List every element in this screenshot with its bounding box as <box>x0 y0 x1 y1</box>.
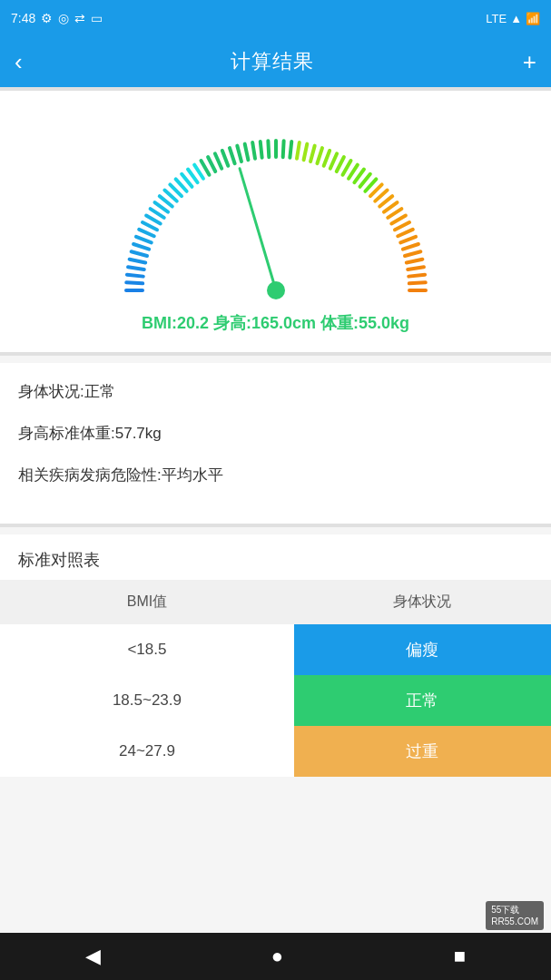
svg-line-9 <box>142 222 156 230</box>
divider-1 <box>0 352 551 356</box>
svg-line-33 <box>296 142 299 159</box>
add-button[interactable]: + <box>523 48 536 76</box>
body-status-value: 正常 <box>84 383 115 400</box>
svg-line-56 <box>406 260 422 263</box>
svg-line-34 <box>303 144 307 161</box>
back-button[interactable]: ‹ <box>15 48 23 76</box>
svg-line-26 <box>244 144 248 161</box>
status-right: LTE ▲ 📶 <box>486 12 540 25</box>
svg-line-28 <box>260 142 261 158</box>
svg-line-55 <box>404 251 419 256</box>
svg-line-1 <box>126 282 143 283</box>
svg-line-27 <box>252 142 255 159</box>
svg-line-11 <box>150 209 163 218</box>
network-label: LTE <box>486 12 507 25</box>
svg-line-52 <box>398 230 412 236</box>
col-bmi-header: BMI值 <box>0 580 294 624</box>
svg-line-6 <box>133 244 149 250</box>
body-status-row: 身体状况:正常 <box>18 381 533 403</box>
watermark-line2: RR55.COM <box>491 916 538 927</box>
menu-nav-button[interactable]: ■ <box>454 945 466 968</box>
svg-line-59 <box>408 282 425 283</box>
svg-line-10 <box>146 216 161 224</box>
app-bar: ‹ 计算结果 + <box>0 36 551 87</box>
svg-line-51 <box>394 222 408 230</box>
bmi-range-cell: 18.5~23.9 <box>0 675 294 726</box>
svg-line-57 <box>408 267 424 270</box>
svg-line-49 <box>388 209 401 218</box>
wifi-icon: 📶 <box>526 12 540 25</box>
svg-line-38 <box>330 153 336 168</box>
svg-line-12 <box>154 202 168 212</box>
risk-row: 相关疾病发病危险性:平均水平 <box>18 465 533 486</box>
table-row: 24~27.9过重 <box>0 726 551 777</box>
location-icon: ◎ <box>58 11 69 25</box>
table-row: <18.5偏瘦 <box>0 624 551 675</box>
svg-line-8 <box>139 230 153 236</box>
svg-line-54 <box>402 244 418 250</box>
watermark-line1: 55下载 <box>491 904 538 916</box>
svg-line-41 <box>349 165 358 179</box>
divider-2 <box>0 524 551 527</box>
svg-line-4 <box>129 260 145 263</box>
svg-line-20 <box>201 161 209 175</box>
svg-line-22 <box>214 153 221 168</box>
svg-line-25 <box>237 146 241 162</box>
svg-line-19 <box>194 165 203 179</box>
status-cell: 正常 <box>294 675 551 726</box>
risk-label: 相关疾病发病危险性: <box>18 466 162 484</box>
svg-line-50 <box>391 216 406 224</box>
svg-line-39 <box>336 157 343 172</box>
svg-line-48 <box>383 202 397 212</box>
signal-icon: ▲ <box>510 12 522 25</box>
svg-line-31 <box>282 141 283 157</box>
svg-line-42 <box>354 170 364 183</box>
svg-line-2 <box>126 275 143 277</box>
svg-line-24 <box>230 148 235 163</box>
svg-line-35 <box>310 146 315 162</box>
svg-line-32 <box>290 142 291 158</box>
bmi-info: BMI:20.2 身高:165.0cm 体重:55.0kg <box>142 312 409 343</box>
gauge-svg <box>85 109 467 309</box>
svg-line-29 <box>268 141 269 157</box>
svg-line-5 <box>131 251 146 256</box>
back-nav-button[interactable]: ◀ <box>85 945 101 968</box>
table-header-row: BMI值 身体状况 <box>0 580 551 624</box>
svg-line-61 <box>240 169 276 290</box>
page-title: 计算结果 <box>231 48 314 75</box>
standard-weight-row: 身高标准体重:57.7kg <box>18 423 533 445</box>
status-bar: 7:48 ⚙ ◎ ⇄ ▭ LTE ▲ 📶 <box>0 0 551 36</box>
svg-line-23 <box>221 151 227 166</box>
settings-icon: ⚙ <box>41 11 53 25</box>
body-status-label: 身体状况: <box>18 383 84 400</box>
svg-line-36 <box>317 148 322 163</box>
svg-line-53 <box>400 237 416 242</box>
status-time: 7:48 <box>11 11 35 25</box>
svg-line-3 <box>128 267 144 270</box>
standard-weight-label: 身高标准体重: <box>18 425 115 442</box>
svg-line-21 <box>208 157 215 172</box>
info-section: 身体状况:正常 身高标准体重:57.7kg 相关疾病发病危险性:平均水平 <box>0 363 551 524</box>
bmi-table: BMI值 身体状况 <18.5偏瘦18.5~23.9正常24~27.9过重 <box>0 580 551 777</box>
status-left: 7:48 ⚙ ◎ ⇄ ▭ <box>11 11 103 25</box>
table-title: 标准对照表 <box>0 534 551 580</box>
svg-point-62 <box>267 281 285 299</box>
standard-weight-value: 57.7kg <box>115 425 162 442</box>
svg-line-37 <box>323 151 329 166</box>
sync-icon: ⇄ <box>74 11 85 25</box>
risk-value: 平均水平 <box>162 466 223 484</box>
bmi-range-cell: 24~27.9 <box>0 726 294 777</box>
bottom-nav: ◀ ● ■ <box>0 933 551 980</box>
home-nav-button[interactable]: ● <box>271 945 283 968</box>
svg-line-40 <box>342 161 350 175</box>
watermark: 55下载 RR55.COM <box>486 901 544 930</box>
svg-line-18 <box>188 170 198 183</box>
col-status-header: 身体状况 <box>294 580 551 624</box>
svg-line-7 <box>135 237 151 242</box>
gauge-section: BMI:20.2 身高:165.0cm 体重:55.0kg <box>0 91 551 352</box>
bmi-range-cell: <18.5 <box>0 624 294 675</box>
battery-icon: ▭ <box>91 11 103 25</box>
status-cell: 过重 <box>294 726 551 777</box>
table-section: 标准对照表 BMI值 身体状况 <18.5偏瘦18.5~23.9正常24~27.… <box>0 534 551 777</box>
status-cell: 偏瘦 <box>294 624 551 675</box>
